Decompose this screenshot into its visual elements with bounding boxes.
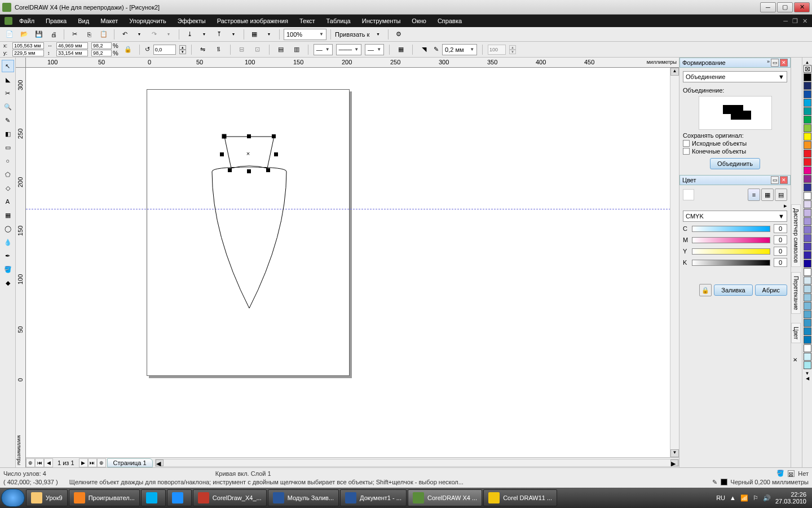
- color-swatch[interactable]: [804, 226, 811, 234]
- wrap-offset-input[interactable]: [488, 45, 506, 55]
- vertical-scrollbar[interactable]: ▲ ▼: [670, 68, 679, 457]
- color-swatch[interactable]: [804, 234, 811, 242]
- color-swatch[interactable]: [804, 344, 811, 352]
- docker-collapse-button[interactable]: ▭: [771, 59, 779, 67]
- rotation-input[interactable]: [153, 45, 176, 55]
- target-objects-check[interactable]: Конечные объекты: [683, 148, 787, 155]
- undo-dropdown[interactable]: ▼: [133, 28, 145, 41]
- menu-bitmaps[interactable]: Растровые изображения: [213, 16, 293, 25]
- menu-help[interactable]: Справка: [433, 16, 466, 25]
- magenta-slider[interactable]: [692, 237, 770, 243]
- color-swatch[interactable]: [804, 124, 811, 132]
- tray-flag-icon[interactable]: ▲: [730, 494, 736, 501]
- palette-expand-arrow[interactable]: ◀: [806, 376, 809, 381]
- ungroup-button[interactable]: ⊟: [236, 43, 248, 56]
- height-input[interactable]: [56, 50, 88, 56]
- export-button[interactable]: ⤒: [213, 28, 225, 41]
- color-swatch[interactable]: [804, 82, 811, 90]
- color-swatch[interactable]: [804, 302, 811, 310]
- mdi-restore[interactable]: ❐: [792, 17, 798, 25]
- black-value[interactable]: [774, 258, 787, 267]
- color-swatch[interactable]: [804, 73, 811, 81]
- menu-table[interactable]: Таблица: [322, 16, 355, 25]
- copy-button[interactable]: ⎘: [83, 28, 95, 41]
- palette-up-arrow[interactable]: ▲: [805, 60, 810, 65]
- start-button[interactable]: [1, 489, 25, 507]
- tray-volume-icon[interactable]: 🔊: [763, 494, 771, 502]
- color-swatch[interactable]: [804, 217, 811, 225]
- options-button[interactable]: ⚙: [392, 28, 405, 41]
- line-start-combo[interactable]: —▼: [314, 44, 333, 55]
- yellow-value[interactable]: [774, 247, 787, 256]
- taskbar-item[interactable]: [141, 489, 166, 506]
- smart-fill-tool[interactable]: ◧: [2, 128, 14, 140]
- color-swatch[interactable]: [804, 192, 811, 200]
- clock[interactable]: 22:26 27.03.2010: [775, 491, 806, 505]
- undo-button[interactable]: ↶: [118, 28, 131, 41]
- color-viewers-tab[interactable]: ▦: [761, 189, 774, 201]
- ruler-horizontal[interactable]: 100 50 0 50 100 150 200 250 300 350 400 …: [26, 58, 679, 68]
- import-dropdown[interactable]: ▼: [198, 28, 210, 41]
- mdi-minimize[interactable]: ─: [783, 17, 788, 25]
- redo-button[interactable]: ↷: [148, 28, 160, 41]
- color-palettes-tab[interactable]: ▤: [775, 189, 787, 201]
- import-button[interactable]: ⤓: [183, 28, 196, 41]
- maximize-button[interactable]: ▢: [777, 2, 793, 12]
- print-button[interactable]: 🖨: [47, 28, 60, 41]
- line-end-combo[interactable]: —▼: [365, 44, 384, 55]
- interactive-fill-tool[interactable]: ◆: [2, 277, 14, 289]
- color-swatch[interactable]: [804, 150, 811, 157]
- outline-width-combo[interactable]: 0,2 мм▼: [442, 44, 477, 55]
- page-first-button[interactable]: ⏮: [35, 458, 44, 467]
- color-swatch[interactable]: [804, 133, 811, 141]
- color-swatch[interactable]: [804, 99, 811, 107]
- mirror-v-button[interactable]: ⥮: [213, 43, 225, 56]
- color-swatch[interactable]: [804, 167, 811, 174]
- color-swatch[interactable]: [804, 243, 811, 251]
- rectangle-tool[interactable]: ▭: [2, 141, 14, 154]
- color-swatch[interactable]: [804, 310, 811, 318]
- color-swatch[interactable]: [804, 361, 811, 369]
- paste-button[interactable]: 📋: [98, 28, 110, 41]
- pos-y-input[interactable]: [12, 50, 44, 56]
- color-collapse-button[interactable]: ▭: [771, 176, 779, 184]
- zoom-combo[interactable]: 100%▼: [284, 29, 326, 40]
- app-launcher-dropdown[interactable]: ▼: [263, 28, 275, 41]
- table-tool[interactable]: ▦: [2, 209, 14, 221]
- lock-color-button[interactable]: 🔒: [699, 284, 712, 296]
- menu-effects[interactable]: Эффекты: [173, 16, 210, 25]
- crop-tool[interactable]: ✂: [2, 87, 14, 99]
- pos-x-input[interactable]: [12, 42, 44, 49]
- color-swatch[interactable]: [804, 107, 811, 115]
- color-swatch[interactable]: [804, 90, 811, 98]
- color-swatch[interactable]: [804, 294, 811, 301]
- color-swatch[interactable]: [804, 327, 811, 335]
- taskbar-item[interactable]: Урок9: [26, 489, 68, 506]
- tray-security-icon[interactable]: ⚐: [753, 494, 758, 502]
- close-button[interactable]: ✕: [794, 2, 810, 12]
- taskbar-item[interactable]: CorelDRAW X4 ...: [408, 489, 482, 506]
- color-close-button[interactable]: ✕: [780, 176, 788, 184]
- taskbar-item[interactable]: Документ1 - ...: [340, 489, 407, 506]
- taskbar-item[interactable]: Corel DRAW11 ...: [483, 489, 557, 506]
- page-tab[interactable]: Страница 1: [107, 458, 153, 467]
- horizontal-scrollbar[interactable]: ◀▶: [155, 459, 679, 467]
- guideline[interactable]: [26, 209, 679, 209]
- basic-shapes-tool[interactable]: ◇: [2, 182, 14, 194]
- tray-network-icon[interactable]: 📶: [740, 494, 748, 502]
- vase-body-shape[interactable]: [210, 167, 289, 311]
- fill-tool[interactable]: 🪣: [2, 263, 14, 275]
- menu-window[interactable]: Окно: [407, 16, 431, 25]
- color-swatch[interactable]: [804, 200, 811, 208]
- open-button[interactable]: 📂: [18, 28, 30, 41]
- outline-tool[interactable]: ✒: [2, 249, 14, 262]
- selected-object[interactable]: ×: [220, 132, 279, 177]
- page-next-button[interactable]: ▶: [79, 458, 88, 467]
- scale-x-input[interactable]: [91, 42, 112, 49]
- menu-edit[interactable]: Правка: [41, 16, 71, 25]
- fill-button[interactable]: Заливка: [714, 284, 752, 296]
- color-swatch[interactable]: [804, 175, 811, 183]
- outline-button[interactable]: Абрис: [755, 284, 787, 296]
- yellow-slider[interactable]: [692, 248, 770, 255]
- shape-tool[interactable]: ◣: [2, 73, 14, 86]
